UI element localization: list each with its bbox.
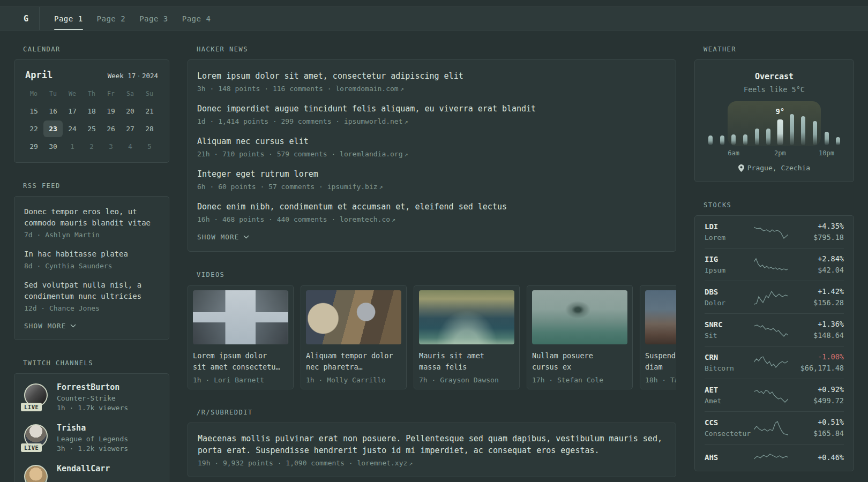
rss-show-more-button[interactable]: SHOW MORE xyxy=(24,322,159,330)
hn-item-title[interactable]: Integer eget rutrum lorem xyxy=(197,168,667,180)
stock-price: $148.64 xyxy=(813,331,844,340)
hn-show-more-button[interactable]: SHOW MORE xyxy=(197,233,667,241)
channel-info: ForrestBurton Counter-Strike 1h · 1.7k v… xyxy=(57,382,128,412)
tab-page-4[interactable]: Page 4 xyxy=(175,7,218,30)
stock-values: +2.84% $42.04 xyxy=(818,254,844,274)
video-thumbnail[interactable] xyxy=(306,290,401,344)
calendar-day[interactable]: 16 xyxy=(43,103,63,119)
hn-item-domain[interactable]: ipsumify.biz xyxy=(327,183,378,191)
weather-bar xyxy=(766,129,770,145)
tab-page-1[interactable]: Page 1 xyxy=(47,7,90,30)
video-thumbnail[interactable] xyxy=(532,290,627,344)
stock-row[interactable]: AHS +0.46% xyxy=(705,444,844,471)
middle-column: HACKER NEWS Lorem ipsum dolor sit amet, … xyxy=(188,46,676,482)
calendar-day-next-month[interactable]: 2 xyxy=(82,138,101,155)
stock-values: +1.36% $148.64 xyxy=(813,320,844,340)
calendar-day[interactable]: 19 xyxy=(101,103,121,119)
calendar-day[interactable]: 20 xyxy=(121,103,140,119)
twitch-channel[interactable]: LIVE Trisha League of Legends 3h · 1.2k … xyxy=(24,423,159,453)
subreddit-post-meta: 19h · 9,932 points · 1,090 comments · lo… xyxy=(198,459,666,467)
video-card[interactable]: Mauris sit amet massa felis 7h · Grayson… xyxy=(414,285,520,389)
calendar-day-next-month[interactable]: 3 xyxy=(101,138,121,155)
calendar-day[interactable]: 25 xyxy=(82,120,101,137)
weather-location-row[interactable]: Prague, Czechia xyxy=(705,164,844,172)
live-badge: LIVE xyxy=(21,443,42,452)
subreddit-post-title[interactable]: Maecenas mollis pulvinar erat non posuer… xyxy=(198,433,666,456)
hn-item-domain[interactable]: loremtech.co xyxy=(340,215,390,223)
stock-row[interactable]: DBS Dolor +1.42% $156.28 xyxy=(705,281,844,313)
stock-sparkline xyxy=(754,355,788,371)
stock-row[interactable]: IIG Ipsum +2.84% $42.04 xyxy=(705,248,844,281)
calendar-day-next-month[interactable]: 4 xyxy=(121,138,140,155)
stock-row[interactable]: SNRC Sit +1.36% $148.64 xyxy=(705,313,844,346)
calendar-day-selected[interactable]: 23 xyxy=(43,120,63,137)
video-thumbnail[interactable] xyxy=(193,290,288,344)
channel-category[interactable]: League of Legends xyxy=(57,435,128,443)
video-thumbnail[interactable] xyxy=(645,290,676,344)
stock-row[interactable]: AET Amet +0.92% $499.72 xyxy=(705,379,844,411)
calendar-day[interactable]: 21 xyxy=(140,103,159,119)
calendar-day[interactable]: 27 xyxy=(121,120,140,137)
channel-category[interactable]: Counter-Strike xyxy=(57,394,128,402)
channel-name[interactable]: Trisha xyxy=(57,423,128,433)
stock-change: +0.51% xyxy=(813,418,844,426)
rss-item-title[interactable]: Sed volutpat nulla nisl, a condimentum n… xyxy=(24,280,159,302)
stock-change: +1.36% xyxy=(813,320,844,328)
hn-item-domain[interactable]: loremdomain.com xyxy=(335,85,398,93)
calendar-day[interactable]: 28 xyxy=(140,120,159,137)
stock-row[interactable]: CCS Consectetur +0.51% $165.84 xyxy=(705,411,844,444)
hn-item-domain[interactable]: ipsumworld.net xyxy=(344,117,403,125)
stock-row[interactable]: LDI Lorem +4.35% $795.18 xyxy=(705,216,844,248)
hn-item-title[interactable]: Lorem ipsum dolor sit amet, consectetur … xyxy=(197,70,667,82)
stock-name: Lorem xyxy=(705,234,754,242)
tab-page-2[interactable]: Page 2 xyxy=(90,7,133,30)
dashboard-content: CALENDAR April Week 17·2024 Mo Tu We Th … xyxy=(0,31,868,482)
video-card[interactable]: Aliquam tempor dolor nec pharetra… 1h · … xyxy=(301,285,407,389)
video-title[interactable]: Mauris sit amet massa felis xyxy=(419,350,514,373)
show-more-label: SHOW MORE xyxy=(197,233,240,241)
video-thumbnail[interactable] xyxy=(419,290,514,344)
video-title[interactable]: Suspendisse diam xyxy=(645,350,676,373)
stock-id: LDI Lorem xyxy=(705,222,754,242)
rss-item-meta: 8d · Cynthia Saunders xyxy=(24,262,159,270)
calendar-day[interactable]: 18 xyxy=(82,103,101,119)
calendar-day-next-month[interactable]: 1 xyxy=(63,138,82,155)
rss-item-title[interactable]: In hac habitasse platea xyxy=(24,248,159,260)
app-logo[interactable]: G xyxy=(13,7,40,30)
rss-item-title[interactable]: Donec tempor eros leo, ut commodo mauris… xyxy=(24,206,159,229)
hn-item: Aliquam nec cursus elit 21h · 710 points… xyxy=(197,135,667,158)
calendar-day[interactable]: 24 xyxy=(63,120,82,137)
hn-item-title[interactable]: Aliquam nec cursus elit xyxy=(197,135,667,147)
tab-label: Page 3 xyxy=(139,14,168,23)
tab-page-3[interactable]: Page 3 xyxy=(132,7,175,30)
video-card[interactable]: Lorem ipsum dolor sit amet consectetu… 1… xyxy=(188,285,294,389)
dot-separator: · xyxy=(136,72,142,80)
stock-price: $165.84 xyxy=(813,429,844,438)
hn-item-domain[interactable]: loremlandia.org xyxy=(340,150,402,158)
calendar-day[interactable]: 29 xyxy=(24,138,43,155)
video-card[interactable]: Suspendisse diam 18h · Tara xyxy=(640,285,676,389)
avatar-wrap: LIVE xyxy=(24,424,48,448)
video-title[interactable]: Aliquam tempor dolor nec pharetra… xyxy=(306,350,401,373)
video-title[interactable]: Lorem ipsum dolor sit amet consectetu… xyxy=(193,350,288,373)
stock-ticker: DBS xyxy=(705,288,754,296)
channel-name[interactable]: KendallCarr xyxy=(57,464,110,473)
calendar-day[interactable]: 22 xyxy=(24,120,43,137)
twitch-channel[interactable]: LIVE ForrestBurton Counter-Strike 1h · 1… xyxy=(24,382,159,412)
calendar-day[interactable]: 26 xyxy=(101,120,121,137)
calendar-day[interactable]: 30 xyxy=(43,138,63,155)
twitch-channel[interactable]: KendallCarr xyxy=(24,464,159,482)
video-meta: 1h · Lori Barnett xyxy=(193,376,288,384)
calendar-day[interactable]: 15 xyxy=(24,103,43,119)
hn-item-meta: 1d · 1,414 points · 299 comments · ipsum… xyxy=(197,117,667,125)
calendar-day[interactable]: 17 xyxy=(63,103,82,119)
subreddit-post-domain[interactable]: loremnet.xyz xyxy=(357,459,407,467)
channel-name[interactable]: ForrestBurton xyxy=(57,382,128,392)
hn-item-title[interactable]: Donec enim nibh, condimentum et accumsan… xyxy=(197,201,667,213)
stock-row[interactable]: CRN Bitcorn -1.00% $66,171.48 xyxy=(705,346,844,379)
hn-item: Lorem ipsum dolor sit amet, consectetur … xyxy=(197,70,667,93)
hn-item-title[interactable]: Donec imperdiet augue tincidunt felis al… xyxy=(197,103,667,115)
calendar-day-next-month[interactable]: 5 xyxy=(140,138,159,155)
video-card[interactable]: Nullam posuere cursus ex 17h · Stefan Co… xyxy=(527,285,633,389)
video-title[interactable]: Nullam posuere cursus ex xyxy=(532,350,627,373)
